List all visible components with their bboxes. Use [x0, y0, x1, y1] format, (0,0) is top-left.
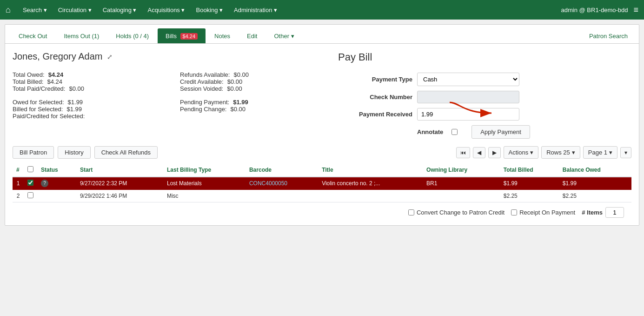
row-balance-owed: $2.25	[559, 190, 631, 202]
billing-session-voided: Session Voided: $0.00	[180, 85, 329, 92]
top-navigation: ⌂ Search ▾ Circulation ▾ Cataloging ▾ Ac…	[0, 0, 644, 20]
row-checkbox-cell	[24, 190, 37, 202]
pay-bill-title: Pay Bill	[338, 51, 631, 63]
rows-dropdown[interactable]: Rows 25 ▾	[541, 146, 580, 159]
history-button[interactable]: History	[58, 146, 90, 159]
tab-holds[interactable]: Holds (0 / 4)	[108, 28, 157, 43]
check-number-input[interactable]	[417, 91, 519, 103]
row-total-billed: $1.99	[500, 177, 559, 190]
actions-dropdown[interactable]: Actions ▾	[504, 146, 539, 159]
payment-type-select[interactable]: Cash Check Credit Card	[417, 73, 519, 86]
check-all-refunds-button[interactable]: Check All Refunds	[94, 146, 158, 159]
tab-items-out[interactable]: Items Out (1)	[56, 28, 107, 43]
billing-owed-selected: Owed for Selected: $1.99	[13, 99, 161, 106]
nav-menu: Search ▾ Circulation ▾ Cataloging ▾ Acqu…	[18, 5, 561, 15]
convert-change-label: Convert Change to Patron Credit	[417, 209, 505, 216]
col-barcode: Barcode	[246, 163, 318, 177]
patron-search-link[interactable]: Patron Search	[584, 29, 633, 43]
tab-notes[interactable]: Notes	[206, 28, 238, 43]
billing-total-paid: Total Paid/Credited: $0.00	[13, 85, 161, 92]
row-checkbox[interactable]	[27, 180, 33, 186]
receipt-on-payment-checkbox-label[interactable]: Receipt On Payment	[511, 209, 575, 216]
table-header-row: # Status Start Last Billing Type Barcode…	[13, 163, 631, 177]
row-title: Violin concerto no. 2 ;...	[318, 177, 423, 190]
row-billing-type: Lost Materials	[163, 177, 246, 190]
nav-acquisitions[interactable]: Acquisitions ▾	[143, 5, 190, 15]
left-panel: Jones, Gregory Adam ⤢ Total Owed: $4.24 …	[13, 51, 329, 139]
convert-change-checkbox[interactable]	[408, 209, 414, 215]
row-num: 2	[13, 190, 24, 202]
tab-edit[interactable]: Edit	[239, 28, 265, 43]
check-number-label: Check Number	[338, 94, 412, 101]
main-content: Check Out Items Out (1) Holds (0 / 4) Bi…	[5, 24, 639, 226]
table-row[interactable]: 2 9/29/2022 1:46 PM Misc $2.25 $2.25	[13, 190, 631, 202]
content-area: Jones, Gregory Adam ⤢ Total Owed: $4.24 …	[5, 44, 639, 146]
nav-search[interactable]: Search ▾	[18, 5, 52, 15]
first-page-button[interactable]: ⏮	[456, 147, 470, 158]
annotate-label: Annotate	[417, 128, 443, 135]
barcode-link[interactable]: CONC4000050	[249, 180, 287, 187]
apply-payment-button[interactable]: Apply Payment	[471, 125, 530, 139]
col-status: Status	[37, 163, 76, 177]
nav-circulation[interactable]: Circulation ▾	[53, 5, 96, 15]
home-icon[interactable]: ⌂	[6, 5, 11, 15]
table-row[interactable]: 1 ? 9/27/2022 2:32 PM Lost Materials CON…	[13, 177, 631, 190]
patron-name: Jones, Gregory Adam	[13, 51, 102, 62]
nav-booking[interactable]: Booking ▾	[191, 5, 227, 15]
tab-other[interactable]: Other ▾	[266, 28, 302, 43]
select-all-checkbox[interactable]	[27, 166, 33, 172]
nav-administration[interactable]: Administration ▾	[229, 5, 282, 15]
col-owning-library: Owning Library	[423, 163, 500, 177]
page-dropdown[interactable]: Page 1 ▾	[583, 146, 617, 159]
row-checkbox[interactable]	[27, 192, 33, 198]
bills-table: # Status Start Last Billing Type Barcode…	[13, 163, 631, 202]
billing-left-col: Total Owed: $4.24 Total Billed: $4.24 To…	[13, 71, 161, 120]
tab-bills-label: Bills	[166, 33, 177, 40]
row-checkbox-cell	[24, 177, 37, 190]
col-num: #	[13, 163, 24, 177]
col-total-billed: Total Billed	[500, 163, 559, 177]
hamburger-icon[interactable]: ≡	[633, 5, 638, 15]
bill-patron-button[interactable]: Bill Patron	[13, 146, 54, 159]
info-icon[interactable]: ?	[41, 180, 48, 187]
extra-nav-button[interactable]: ▾	[620, 147, 631, 158]
payment-type-label: Payment Type	[338, 76, 412, 83]
items-count: # Items	[582, 207, 624, 218]
nav-right: admin @ BR1-demo-bdd ≡	[561, 5, 639, 15]
tab-checkout[interactable]: Check Out	[11, 28, 55, 43]
annotate-checkbox[interactable]	[451, 129, 458, 135]
receipt-on-payment-label: Receipt On Payment	[519, 209, 575, 216]
bills-toolbar: Bill Patron History Check All Refunds ⏮ …	[13, 146, 631, 159]
payment-received-input[interactable]	[417, 108, 519, 121]
current-user: admin @ BR1-demo-bdd	[561, 7, 628, 13]
row-owning-library	[423, 190, 500, 202]
billing-info: Total Owed: $4.24 Total Billed: $4.24 To…	[13, 71, 329, 120]
billing-refunds: Refunds Available: $0.00	[180, 71, 329, 78]
col-billing-type: Last Billing Type	[163, 163, 246, 177]
items-value-input[interactable]	[605, 207, 624, 218]
billing-paid-selected: Paid/Credited for Selected:	[13, 113, 161, 120]
bills-badge: $4.24	[180, 33, 198, 40]
billing-right-col: Refunds Available: $0.00 Credit Availabl…	[180, 71, 329, 120]
annotate-row: Annotate Apply Payment	[417, 125, 631, 139]
tab-bar: Check Out Items Out (1) Holds (0 / 4) Bi…	[5, 25, 639, 44]
billing-total-billed: Total Billed: $4.24	[13, 78, 161, 85]
row-owning-library: BR1	[423, 177, 500, 190]
billing-pending-payment: Pending Payment: $1.99	[180, 99, 329, 106]
convert-change-checkbox-label[interactable]: Convert Change to Patron Credit	[408, 209, 505, 216]
row-start: 9/27/2022 2:32 PM	[76, 177, 163, 190]
expand-icon[interactable]: ⤢	[107, 53, 113, 61]
billing-pending-change: Pending Change: $0.00	[180, 106, 329, 113]
row-status: ?	[37, 177, 76, 190]
pay-bill-form: Payment Type Cash Check Credit Card Chec…	[338, 73, 631, 139]
tab-bills[interactable]: Bills $4.24	[158, 28, 206, 43]
col-start: Start	[76, 163, 163, 177]
receipt-on-payment-checkbox[interactable]	[511, 209, 517, 215]
prev-page-button[interactable]: ◀	[473, 147, 485, 158]
payment-type-row: Payment Type Cash Check Credit Card	[338, 73, 631, 86]
nav-cataloging[interactable]: Cataloging ▾	[98, 5, 141, 15]
next-page-button[interactable]: ▶	[488, 147, 501, 158]
patron-name-row: Jones, Gregory Adam ⤢	[13, 51, 329, 62]
billing-billed-selected: Billed for Selected: $1.99	[13, 106, 161, 113]
bills-footer: Convert Change to Patron Credit Receipt …	[13, 202, 631, 218]
